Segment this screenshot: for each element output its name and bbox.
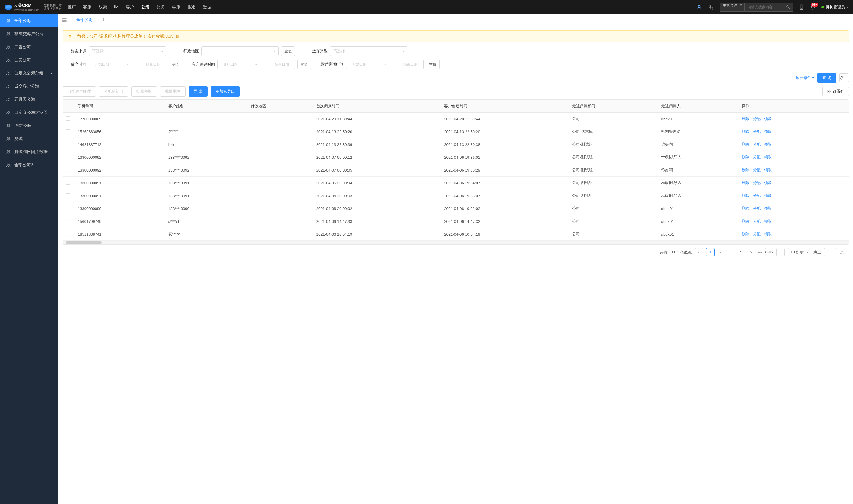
page-number-button[interactable]: 5 — [747, 248, 755, 256]
row-checkbox[interactable] — [66, 142, 70, 146]
delete-link[interactable]: 删除 — [742, 116, 749, 121]
delete-link[interactable]: 删除 — [742, 193, 749, 198]
tab-add-button[interactable]: + — [99, 17, 108, 23]
delete-link[interactable]: 删除 — [742, 219, 749, 223]
region-null-button[interactable]: 空值 — [281, 47, 295, 56]
nav-item-8[interactable]: 报名 — [188, 4, 196, 10]
delete-link[interactable]: 删除 — [742, 232, 749, 236]
batch-claim-button[interactable]: 批量领取 — [131, 86, 157, 96]
sidebar-item-0[interactable]: 全部公海 — [0, 14, 58, 28]
assign-link[interactable]: 分配 — [753, 219, 761, 223]
abandon-time-range[interactable]: 开始日期~结束日期 — [89, 59, 166, 69]
claim-link[interactable]: 领取 — [764, 219, 772, 223]
horizontal-scrollbar[interactable] — [63, 241, 849, 244]
assign-link[interactable]: 分配 — [753, 168, 761, 172]
mobile-icon[interactable] — [799, 4, 804, 10]
expand-filters-link[interactable]: 展开条件 ▾ — [796, 75, 815, 80]
query-button[interactable]: 查 询 — [817, 73, 836, 83]
export-plain-button[interactable]: 不加密导出 — [211, 86, 240, 96]
nav-item-2[interactable]: 线索 — [98, 4, 107, 10]
sidebar-item-2[interactable]: 二咨公海 — [0, 40, 58, 54]
user-add-icon[interactable] — [697, 4, 702, 10]
sidebar-item-4[interactable]: 自定义公海分组▾ — [0, 67, 58, 80]
call-time-range[interactable]: 开始日期~结束日期 — [346, 59, 423, 69]
row-checkbox[interactable] — [66, 206, 70, 210]
delete-link[interactable]: 删除 — [742, 168, 749, 172]
row-checkbox[interactable] — [66, 232, 70, 236]
list-icon[interactable] — [61, 17, 67, 23]
nav-item-1[interactable]: 客服 — [83, 4, 91, 10]
page-next-button[interactable]: › — [777, 248, 785, 256]
sidebar-item-9[interactable]: 测试 — [0, 132, 58, 145]
claim-link[interactable]: 领取 — [764, 206, 772, 211]
export-button[interactable]: 导 出 — [188, 86, 207, 96]
claim-link[interactable]: 领取 — [764, 232, 772, 236]
notifications[interactable]: 99+ — [810, 4, 815, 10]
delete-link[interactable]: 删除 — [742, 142, 749, 147]
claim-link[interactable]: 领取 — [764, 129, 772, 134]
nav-item-6[interactable]: 财务 — [157, 4, 165, 10]
row-checkbox[interactable] — [66, 129, 70, 133]
sidebar-item-1[interactable]: 非成交客户公海 — [0, 28, 58, 40]
call-time-null-button[interactable]: 空值 — [426, 59, 440, 69]
sidebar-item-8[interactable]: 消防公海 — [0, 119, 58, 132]
batch-delete-button[interactable]: 批量删除 — [160, 86, 185, 96]
row-checkbox[interactable] — [66, 219, 70, 223]
nav-item-7[interactable]: 学服 — [172, 4, 181, 10]
search-input[interactable] — [745, 3, 783, 12]
assign-link[interactable]: 分配 — [753, 142, 761, 147]
sidebar-item-5[interactable]: 成交客户公海 — [0, 80, 58, 93]
create-time-null-button[interactable]: 空值 — [297, 59, 311, 69]
assign-link[interactable]: 分配 — [753, 129, 761, 134]
phone-icon[interactable] — [708, 4, 714, 10]
assign-link[interactable]: 分配 — [753, 193, 761, 198]
row-checkbox[interactable] — [66, 168, 70, 172]
page-size-select[interactable]: 10 条/页 — [788, 248, 811, 256]
abandon-type-select[interactable]: 请选择▾ — [330, 47, 407, 56]
delete-link[interactable]: 删除 — [742, 181, 749, 185]
page-number-button[interactable]: 4 — [737, 248, 745, 256]
page-last-button[interactable]: 6882 — [765, 248, 774, 256]
page-number-button[interactable]: 3 — [726, 248, 735, 256]
assign-link[interactable]: 分配 — [753, 206, 761, 211]
sidebar-item-6[interactable]: 五月天公海 — [0, 93, 58, 106]
select-all-checkbox[interactable] — [66, 104, 70, 108]
claim-link[interactable]: 领取 — [764, 155, 772, 159]
source-select[interactable]: 请选择▾ — [89, 47, 166, 56]
search-type-select[interactable]: 手机号码 — [720, 3, 745, 12]
row-checkbox[interactable] — [66, 155, 70, 159]
sidebar-item-11[interactable]: 全部公海2 — [0, 159, 58, 172]
nav-item-4[interactable]: 客户 — [126, 4, 134, 10]
nav-item-3[interactable]: IM — [114, 4, 119, 10]
nav-item-0[interactable]: 推广 — [68, 4, 76, 10]
assign-manager-button[interactable]: 分配客户经理 — [62, 86, 96, 96]
sidebar-item-10[interactable]: 测试昨日回库数据 — [0, 145, 58, 159]
delete-link[interactable]: 删除 — [742, 129, 749, 134]
assign-dept-button[interactable]: 分配到部门 — [99, 86, 128, 96]
page-jump-input[interactable] — [824, 248, 837, 256]
abandon-time-null-button[interactable]: 空值 — [168, 59, 182, 69]
delete-link[interactable]: 删除 — [742, 206, 749, 211]
search-button[interactable] — [783, 3, 793, 12]
page-prev-button[interactable]: ‹ — [695, 248, 703, 256]
sidebar-item-7[interactable]: 自定义公海过滤器 — [0, 106, 58, 119]
nav-item-5[interactable]: 公海 — [141, 4, 149, 10]
page-number-button[interactable]: 2 — [716, 248, 725, 256]
assign-link[interactable]: 分配 — [753, 181, 761, 185]
assign-link[interactable]: 分配 — [753, 232, 761, 236]
user-menu[interactable]: 机构管理员 ▾ — [821, 4, 848, 10]
row-checkbox[interactable] — [66, 193, 70, 197]
assign-link[interactable]: 分配 — [753, 116, 761, 121]
nav-item-9[interactable]: 数据 — [203, 4, 212, 10]
claim-link[interactable]: 领取 — [764, 116, 772, 121]
tab-all-public[interactable]: 全部公海 — [70, 14, 99, 26]
create-time-range[interactable]: 开始日期~结束日期 — [217, 59, 295, 69]
delete-link[interactable]: 删除 — [742, 155, 749, 159]
assign-link[interactable]: 分配 — [753, 155, 761, 159]
sidebar-item-3[interactable]: 注安公海 — [0, 54, 58, 67]
column-settings-button[interactable]: 设置列 — [822, 87, 849, 96]
row-checkbox[interactable] — [66, 116, 70, 121]
claim-link[interactable]: 领取 — [764, 181, 772, 185]
refresh-button[interactable] — [839, 73, 849, 82]
page-number-button[interactable]: 1 — [706, 248, 714, 256]
